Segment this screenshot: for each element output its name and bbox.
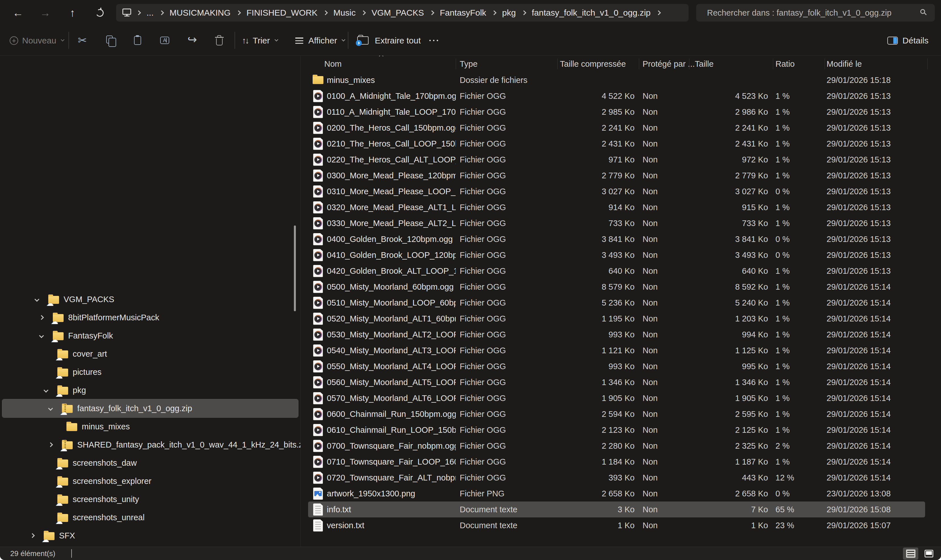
table-row[interactable]: 0210_The_Heros_Call_LOOP_150bpm.ogg Fich…: [308, 136, 925, 152]
tree-item[interactable]: ☁ SHARED_fantasy_pack_itch_v1_0_wav_44_1…: [2, 435, 298, 454]
table-row[interactable]: info.txt Document texte 3 Ko Non 7 Ko 65…: [308, 502, 925, 517]
thumbnail-view-toggle[interactable]: [921, 548, 936, 560]
table-row[interactable]: 0400_Golden_Brook_120bpm.ogg Fichier OGG…: [308, 231, 925, 247]
column-divider[interactable]: [824, 58, 825, 69]
paste-button[interactable]: [128, 31, 146, 49]
column-divider[interactable]: [639, 58, 639, 69]
column-header-modified[interactable]: Modifié le: [821, 59, 925, 69]
tree-item-label: fantasy_folk_itch_v1_0_ogg.zip: [77, 404, 192, 413]
table-row[interactable]: 0710_Townsquare_Fair_LOOP_160bpm.o... Fi…: [308, 454, 925, 470]
file-compressed-size: 993 Ko: [557, 362, 635, 371]
file-modified: 29/01/2026 15:14: [821, 330, 925, 339]
table-row[interactable]: 0320_More_Mead_Please_ALT1_LOOP_12... Fi…: [308, 199, 925, 215]
table-row[interactable]: 0530_Misty_Moorland_ALT2_LOOP_60bp... Fi…: [308, 326, 925, 343]
table-row[interactable]: 0520_Misty_Moorland_ALT1_60bpm.ogg Fichi…: [308, 311, 925, 326]
table-row[interactable]: 0510_Misty_Moorland_LOOP_60bpm.ogg Fichi…: [308, 295, 925, 311]
column-divider[interactable]: [557, 58, 558, 69]
tree-item[interactable]: ☁ screenshots_unity: [2, 490, 298, 508]
table-row[interactable]: minus_mixes Dossier de fichiers 29/01/20…: [308, 72, 925, 88]
tree-item[interactable]: ☁ SFX: [2, 526, 298, 545]
text-doc-icon: [315, 522, 321, 529]
table-row[interactable]: 0560_Misty_Moorland_ALT5_LOOP_60bp... Fi…: [308, 374, 925, 390]
breadcrumb-item[interactable]: [121, 4, 142, 22]
column-divider[interactable]: [927, 58, 928, 69]
cut-button[interactable]: ✂: [73, 31, 91, 49]
tree-item[interactable]: ☁ fantasy_folk_itch_v1_0_ogg.zip: [2, 399, 298, 417]
breadcrumb-item[interactable]: VGM_PACKS: [367, 4, 435, 22]
breadcrumb-item[interactable]: FINISHED_WORK: [242, 4, 329, 22]
column-divider[interactable]: [773, 58, 773, 69]
breadcrumb-item[interactable]: fantasy_folk_itch_v1_0_ogg.zip: [527, 4, 662, 22]
details-view-toggle[interactable]: [903, 548, 918, 560]
ogg-media-icon: [314, 235, 322, 243]
column-divider[interactable]: [689, 58, 689, 69]
table-row[interactable]: 0220_The_Heros_Call_ALT_LOOP_150bp... Fi…: [308, 152, 925, 168]
table-row[interactable]: 0540_Misty_Moorland_ALT3_LOOP_60bp... Fi…: [308, 343, 925, 358]
toolbar: + Nouveau ✂ A ↪ ↑↓ Trier Afficher Extrai…: [0, 26, 941, 55]
details-pane-button[interactable]: Détails: [887, 26, 929, 55]
table-row[interactable]: 0500_Misty_Moorland_60bpm.ogg Fichier OG…: [308, 279, 925, 295]
tree-item[interactable]: ☁ pkg: [2, 381, 298, 399]
rename-button[interactable]: A: [155, 31, 174, 49]
file-ratio: 1 %: [768, 203, 821, 212]
breadcrumb-item[interactable]: Music: [329, 4, 367, 22]
column-header-ratio[interactable]: Ratio: [768, 59, 821, 69]
refresh-button[interactable]: [90, 4, 109, 22]
folder-icon: ☁: [66, 421, 79, 432]
copy-button[interactable]: [101, 31, 119, 49]
view-button[interactable]: Afficher: [295, 26, 345, 55]
table-row[interactable]: 0420_Golden_Brook_ALT_LOOP_120bpm.... Fi…: [308, 263, 925, 279]
more-options-button[interactable]: [424, 31, 443, 49]
share-button[interactable]: ↪: [183, 31, 201, 49]
tree-item[interactable]: ☁ 8bitPlatformerMusicPack: [2, 308, 298, 326]
column-header-type[interactable]: Type: [456, 59, 557, 69]
delete-button[interactable]: [210, 31, 228, 49]
breadcrumb-item[interactable]: MUSICMAKING: [165, 4, 242, 22]
table-row[interactable]: 0720_Townsquare_Fair_ALT_nobpm.ogg Fichi…: [308, 470, 925, 486]
column-divider[interactable]: [456, 58, 456, 69]
table-row[interactable]: version.txt Document texte 1 Ko Non 1 Ko…: [308, 517, 925, 533]
breadcrumb-item[interactable]: pkg: [497, 4, 527, 22]
table-row[interactable]: 0110_A_Midnight_Tale_LOOP_170bpm.o... Fi…: [308, 104, 925, 120]
table-row[interactable]: 0100_A_Midnight_Tale_170bpm.ogg Fichier …: [308, 88, 925, 104]
column-header-compressed[interactable]: Taille compressée: [557, 59, 635, 69]
file-ratio: 65 %: [768, 505, 821, 514]
new-button[interactable]: + Nouveau: [10, 26, 64, 55]
breadcrumb-item[interactable]: FantasyFolk: [435, 4, 497, 22]
extract-all-button[interactable]: Extraire tout: [357, 26, 421, 55]
tree-item[interactable]: ☁ pictures: [2, 363, 298, 381]
tree-item[interactable]: ☁ screenshots_daw: [2, 454, 298, 472]
table-row[interactable]: 0610_Chainmail_Run_LOOP_150bpm.ogg Fichi…: [308, 422, 925, 438]
table-row[interactable]: 0310_More_Mead_Please_LOOP_120bp... Fich…: [308, 183, 925, 199]
table-row[interactable]: 0550_Misty_Moorland_ALT4_LOOP_60bp... Fi…: [308, 358, 925, 374]
table-row[interactable]: artwork_1950x1300.png Fichier PNG 2 658 …: [308, 486, 925, 502]
breadcrumb-item[interactable]: ...: [142, 4, 165, 22]
file-type-icon: [312, 169, 324, 182]
forward-button[interactable]: →: [36, 4, 54, 22]
tree-item[interactable]: ☁ VGM_PACKS: [2, 290, 298, 308]
tree-item[interactable]: ☁ screenshots_unreal: [2, 508, 298, 526]
copy-icon: [106, 35, 113, 43]
tree-item[interactable]: ☁ cover_art: [2, 345, 298, 363]
column-header-protected[interactable]: Protégé par ...: [635, 59, 689, 69]
table-row[interactable]: 0570_Misty_Moorland_ALT6_LOOP_60bp... Fi…: [308, 390, 925, 406]
table-row[interactable]: 0700_Townsquare_Fair_nobpm.ogg Fichier O…: [308, 438, 925, 454]
ogg-media-icon: [314, 363, 322, 370]
tree-chevron[interactable]: [53, 425, 66, 428]
tree-item[interactable]: ☁ FantasyFolk: [2, 326, 298, 345]
search-input[interactable]: Rechercher dans : fantasy_folk_itch_v1_0…: [696, 4, 935, 22]
table-row[interactable]: 0410_Golden_Brook_LOOP_120bpm.ogg Fichie…: [308, 247, 925, 263]
back-button[interactable]: ←: [9, 4, 27, 22]
sidebar-scrollbar[interactable]: [294, 226, 296, 311]
tree-item[interactable]: ☁ minus_mixes: [2, 417, 298, 435]
table-row[interactable]: 0200_The_Heros_Call_150bpm.ogg Fichier O…: [308, 120, 925, 136]
column-header-size[interactable]: Taille: [689, 59, 768, 69]
table-row[interactable]: 0330_More_Mead_Please_ALT2_LOOP_12... Fi…: [308, 215, 925, 231]
table-row[interactable]: 0600_Chainmail_Run_150bpm.ogg Fichier OG…: [308, 406, 925, 422]
column-header-name[interactable]: Nom: [308, 59, 456, 69]
up-button[interactable]: ↑: [63, 4, 82, 22]
tree-item[interactable]: ☁ screenshots_explorer: [2, 472, 298, 490]
file-modified: 29/01/2026 15:13: [821, 91, 925, 101]
table-row[interactable]: 0300_More_Mead_Please_120bpm.ogg Fichier…: [308, 168, 925, 183]
sort-button[interactable]: ↑↓ Trier: [242, 26, 278, 55]
